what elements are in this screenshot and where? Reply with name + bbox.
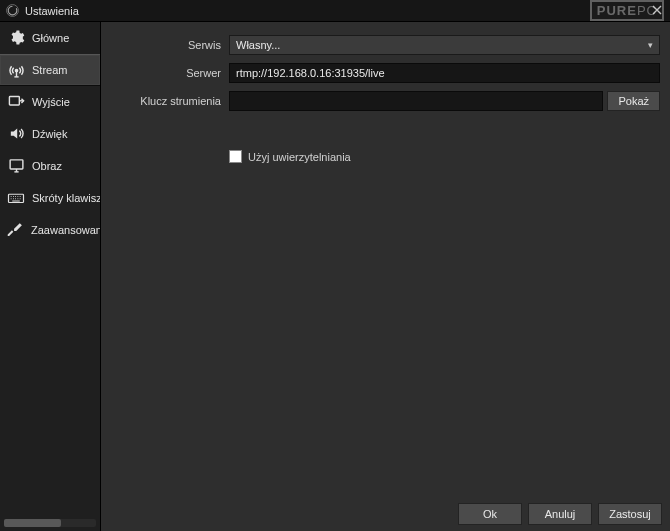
row-streamkey: Klucz strumienia Pokaż <box>101 90 660 112</box>
sidebar-item-audio[interactable]: Dźwięk <box>0 118 100 150</box>
row-service: Serwis Własny... ▾ <box>101 34 660 56</box>
antenna-icon <box>7 61 25 79</box>
keyboard-icon <box>7 189 25 207</box>
svg-rect-2 <box>9 97 19 106</box>
sidebar-item-label: Skróty klawiszowe <box>32 192 100 204</box>
sidebar-item-label: Główne <box>32 32 69 44</box>
sidebar-item-stream[interactable]: Stream <box>0 54 100 86</box>
cancel-button[interactable]: Anuluj <box>528 503 592 525</box>
sidebar-item-label: Dźwięk <box>32 128 67 140</box>
sidebar-item-hotkeys[interactable]: Skróty klawiszowe <box>0 182 100 214</box>
gear-icon <box>7 29 25 47</box>
content-pane: Serwis Własny... ▾ Serwer Klucz strumien… <box>101 22 670 531</box>
sidebar-item-label: Stream <box>32 64 67 76</box>
svg-rect-3 <box>10 160 23 169</box>
streamkey-label: Klucz strumienia <box>101 95 229 107</box>
sidebar-item-label: Zaawansowane <box>31 224 100 236</box>
server-input[interactable] <box>229 63 660 83</box>
ok-button[interactable]: Ok <box>458 503 522 525</box>
sidebar-item-label: Wyjście <box>32 96 70 108</box>
sidebar-item-advanced[interactable]: Zaawansowane <box>0 214 100 246</box>
apply-button[interactable]: Zastosuj <box>598 503 662 525</box>
sidebar-scrollbar-thumb[interactable] <box>4 519 61 527</box>
sidebar: Główne Stream Wyjście Dźwięk Obraz <box>0 22 101 531</box>
sidebar-item-label: Obraz <box>32 160 62 172</box>
service-label: Serwis <box>101 39 229 51</box>
window-title: Ustawienia <box>25 5 79 17</box>
streamkey-input[interactable] <box>229 91 603 111</box>
sidebar-item-video[interactable]: Obraz <box>0 150 100 182</box>
service-dropdown[interactable]: Własny... ▾ <box>229 35 660 55</box>
chevron-down-icon: ▾ <box>648 40 653 50</box>
show-key-button[interactable]: Pokaż <box>607 91 660 111</box>
service-value: Własny... <box>236 39 280 51</box>
row-auth: Użyj uwierzytelniania <box>229 150 660 163</box>
auth-checkbox-label: Użyj uwierzytelniania <box>248 151 351 163</box>
server-label: Serwer <box>101 67 229 79</box>
sidebar-scrollbar[interactable] <box>4 519 96 527</box>
stream-form: Serwis Własny... ▾ Serwer Klucz strumien… <box>101 22 670 163</box>
output-icon <box>7 93 25 111</box>
monitor-icon <box>7 157 25 175</box>
row-server: Serwer <box>101 62 660 84</box>
tools-icon <box>7 221 24 239</box>
sidebar-item-output[interactable]: Wyjście <box>0 86 100 118</box>
sidebar-item-general[interactable]: Główne <box>0 22 100 54</box>
auth-checkbox[interactable] <box>229 150 242 163</box>
app-icon <box>6 4 19 17</box>
window-body: Główne Stream Wyjście Dźwięk Obraz <box>0 22 670 531</box>
title-bar: Ustawienia <box>0 0 670 22</box>
dialog-footer: Ok Anuluj Zastosuj <box>458 503 662 525</box>
close-button[interactable] <box>647 1 667 19</box>
speaker-icon <box>7 125 25 143</box>
